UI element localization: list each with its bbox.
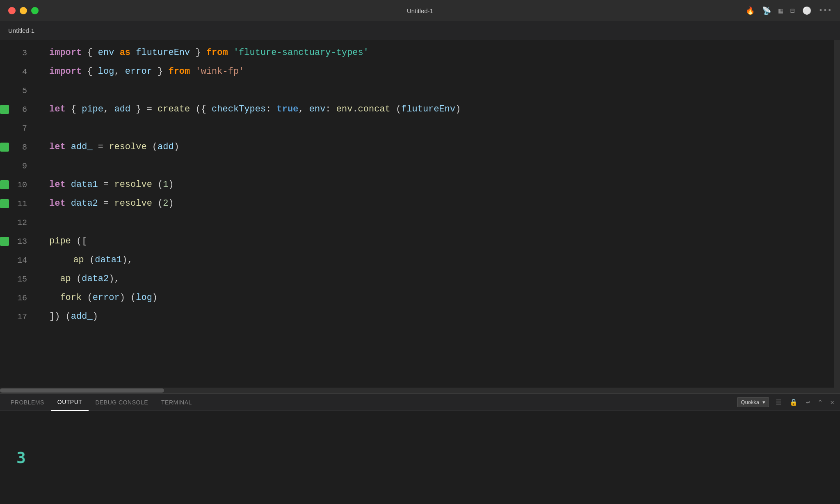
line-number-4: 4 bbox=[11, 67, 27, 77]
line-number-12: 12 bbox=[11, 218, 27, 227]
line-content-14: ap (data1), bbox=[37, 251, 826, 270]
window-title: Untitled-1 bbox=[407, 7, 433, 14]
output-number: 3 bbox=[16, 449, 26, 467]
indicator-empty-15 bbox=[0, 275, 9, 284]
line-content-6: let { pipe, add } = create ({ checkTypes… bbox=[37, 100, 826, 119]
chevron-up-icon[interactable]: ⌃ bbox=[817, 397, 824, 408]
indicator-empty-16 bbox=[0, 293, 9, 302]
layout-icon[interactable]: ▦ bbox=[778, 6, 783, 15]
gutter-4: 4 bbox=[0, 67, 37, 77]
indicator-empty-5 bbox=[0, 86, 9, 95]
line-content-17: ]) (add_) bbox=[37, 307, 826, 326]
output-source-select[interactable]: Quokka ▾ bbox=[737, 397, 769, 407]
line-number-10: 10 bbox=[11, 180, 27, 190]
maximize-button[interactable] bbox=[31, 7, 39, 14]
line-number-14: 14 bbox=[11, 256, 27, 265]
close-button[interactable] bbox=[8, 7, 16, 14]
line-number-11: 11 bbox=[11, 199, 27, 209]
code-container[interactable]: 3 import { env as flutureEnv } from 'flu… bbox=[0, 40, 834, 388]
code-line-15: 15 ap (data2), bbox=[0, 270, 834, 288]
gutter-14: 14 bbox=[0, 256, 37, 265]
broadcast-icon[interactable]: 📡 bbox=[762, 6, 771, 15]
line-content-13: pipe ([ bbox=[37, 232, 826, 251]
code-line-11: 11 let data2 = resolve (2) bbox=[0, 194, 834, 213]
indicator-empty-14 bbox=[0, 256, 9, 265]
line-number-7: 7 bbox=[11, 124, 27, 133]
split-icon[interactable]: ⊟ bbox=[790, 6, 795, 15]
close-panel-icon[interactable]: ✕ bbox=[829, 397, 836, 408]
line-content-10: let data1 = resolve (1) bbox=[37, 175, 826, 194]
indicator-empty-4 bbox=[0, 67, 9, 76]
tab-terminal[interactable]: TERMINAL bbox=[155, 394, 199, 411]
gutter-15: 15 bbox=[0, 275, 37, 284]
tab-debug-console[interactable]: DEBUG CONSOLE bbox=[89, 394, 155, 411]
chevron-down-icon: ▾ bbox=[762, 399, 765, 405]
lock-icon[interactable]: 🔒 bbox=[788, 397, 799, 408]
gutter-3: 3 bbox=[0, 48, 37, 58]
gutter-13: 13 bbox=[0, 237, 37, 246]
clear-output-icon[interactable]: ☰ bbox=[774, 397, 783, 408]
gutter-9: 9 bbox=[0, 161, 37, 171]
wrap-icon[interactable]: ↩ bbox=[804, 397, 812, 408]
indicator-empty-3 bbox=[0, 48, 9, 57]
editor-header: Untitled-1 bbox=[0, 21, 840, 40]
tab-problems[interactable]: PROBLEMS bbox=[4, 394, 51, 411]
code-line-6: 6 let { pipe, add } = create ({ checkTyp… bbox=[0, 100, 834, 119]
code-line-13: 13 pipe ([ bbox=[0, 232, 834, 251]
gutter-7: 7 bbox=[0, 124, 37, 133]
panel-tab-actions: Quokka ▾ ☰ 🔒 ↩ ⌃ ✕ bbox=[737, 397, 836, 408]
line-content-16: fork (error) (log) bbox=[37, 288, 826, 307]
indicator-empty-9 bbox=[0, 161, 9, 170]
line-number-5: 5 bbox=[11, 86, 27, 95]
minimize-button[interactable] bbox=[20, 7, 27, 14]
code-line-16: 16 fork (error) (log) bbox=[0, 288, 834, 307]
line-number-13: 13 bbox=[11, 237, 27, 246]
gutter-16: 16 bbox=[0, 293, 37, 303]
line-number-16: 16 bbox=[11, 293, 27, 303]
code-line-10: 10 let data1 = resolve (1) bbox=[0, 175, 834, 194]
line-number-17: 17 bbox=[11, 312, 27, 322]
line-content-3: import { env as flutureEnv } from 'flutu… bbox=[37, 43, 826, 62]
indicator-6 bbox=[0, 105, 9, 114]
titlebar: Untitled-1 🔥 📡 ▦ ⊟ ⚪ ••• bbox=[0, 0, 840, 21]
more-icon[interactable]: ••• bbox=[819, 7, 832, 15]
panel: PROBLEMS OUTPUT DEBUG CONSOLE TERMINAL Q… bbox=[0, 393, 840, 504]
line-number-3: 3 bbox=[11, 48, 27, 58]
code-line-17: 17 ]) (add_) bbox=[0, 307, 834, 326]
select-label: Quokka bbox=[741, 399, 759, 405]
code-line-14: 14 ap (data1), bbox=[0, 251, 834, 270]
indicator-8 bbox=[0, 143, 9, 152]
gutter-17: 17 bbox=[0, 312, 37, 322]
indicator-empty-7 bbox=[0, 124, 9, 133]
circle-icon[interactable]: ⚪ bbox=[802, 6, 811, 15]
line-number-15: 15 bbox=[11, 275, 27, 284]
gutter-10: 10 bbox=[0, 180, 37, 190]
line-number-8: 8 bbox=[11, 143, 27, 152]
editor-tab-title: Untitled-1 bbox=[8, 27, 34, 34]
traffic-lights bbox=[8, 7, 39, 14]
indicator-10 bbox=[0, 180, 9, 189]
gutter-8: 8 bbox=[0, 143, 37, 152]
indicator-11 bbox=[0, 199, 9, 208]
line-number-9: 9 bbox=[11, 161, 27, 171]
line-content-11: let data2 = resolve (2) bbox=[37, 194, 826, 213]
indicator-empty-17 bbox=[0, 312, 9, 321]
horizontal-scrollbar[interactable] bbox=[0, 388, 840, 393]
indicator-13 bbox=[0, 237, 9, 246]
code-line-3: 3 import { env as flutureEnv } from 'flu… bbox=[0, 43, 834, 62]
tab-output[interactable]: OUTPUT bbox=[51, 394, 89, 411]
line-content-8: let add_ = resolve (add) bbox=[37, 138, 826, 157]
panel-tabs: PROBLEMS OUTPUT DEBUG CONSOLE TERMINAL Q… bbox=[0, 394, 840, 411]
flame-icon[interactable]: 🔥 bbox=[746, 6, 755, 15]
code-line-5: 5 bbox=[0, 81, 834, 100]
line-content-4: import { log, error } from 'wink-fp' bbox=[37, 62, 826, 81]
gutter-6: 6 bbox=[0, 105, 37, 114]
line-content-15: ap (data2), bbox=[37, 270, 826, 288]
gutter-12: 12 bbox=[0, 218, 37, 227]
panel-content: 3 bbox=[0, 411, 840, 504]
code-line-7: 7 bbox=[0, 119, 834, 138]
vertical-scrollbar[interactable] bbox=[834, 40, 840, 388]
scrollbar-thumb[interactable] bbox=[0, 388, 164, 393]
gutter-5: 5 bbox=[0, 86, 37, 95]
line-number-6: 6 bbox=[11, 105, 27, 114]
